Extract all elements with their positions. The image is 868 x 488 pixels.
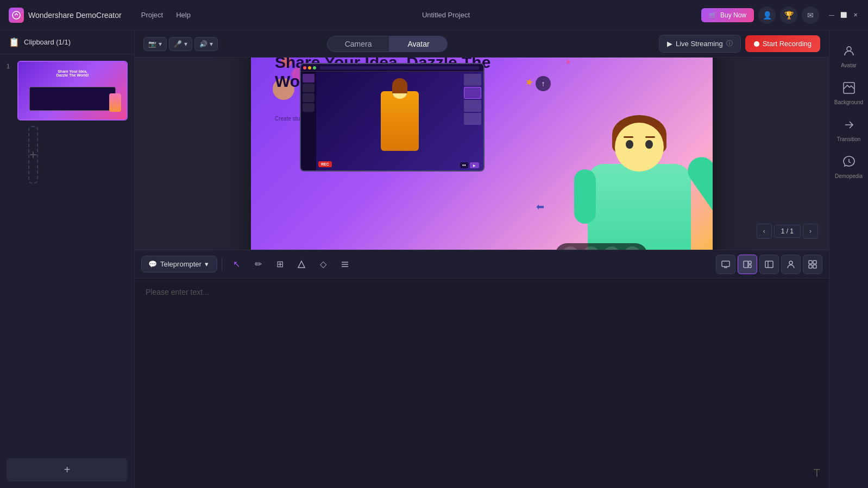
cart-icon: 🛒 (709, 11, 717, 19)
slide-thumb-content: Share Your Idea,Dazzle The World! (18, 62, 127, 119)
avatar-figure (577, 115, 702, 250)
mic-icon: 🎤 (174, 40, 182, 48)
trophy-icon-btn[interactable]: 🏆 (780, 7, 797, 24)
nav-help[interactable]: Help (176, 9, 191, 21)
svg-rect-9 (765, 261, 773, 268)
svg-rect-11 (809, 261, 812, 264)
tab-camera[interactable]: Camera (327, 36, 390, 52)
teleprompter-area[interactable]: Please enter text... T (135, 278, 829, 488)
view-grid-btn[interactable] (803, 255, 822, 274)
avatar-eye-left (626, 140, 633, 149)
avatar-brow-left (624, 136, 633, 138)
tool-more-btn[interactable] (335, 255, 355, 274)
minimize-button[interactable]: — (828, 11, 835, 19)
avatar-sidebar-label: Avatar (841, 62, 857, 68)
mockup-toolbar (301, 64, 483, 72)
sidebar-item-avatar[interactable]: Avatar (832, 39, 866, 74)
add-slide-item: + (7, 126, 128, 183)
slide-mini-avatar (109, 93, 121, 112)
app-name: Wondershare DemoCreator (28, 11, 122, 20)
top-nav: Project Help (141, 9, 191, 21)
project-title: Untitled Project (202, 11, 690, 19)
tab-avatar[interactable]: Avatar (389, 36, 447, 52)
start-recording-button[interactable]: Start Recording (745, 35, 820, 52)
camera-dropdown-icon: ▾ (159, 40, 162, 48)
toolbar-right-icons (716, 255, 822, 274)
help-icon: ⓘ (726, 39, 733, 48)
canvas-pagination: ‹ 1 / 1 › (757, 224, 818, 239)
demopedia-sidebar-label: Demopedia (835, 173, 863, 179)
upload-icon: ↑ (536, 76, 551, 91)
audio-select-btn[interactable]: 🔊 ▾ (194, 37, 218, 51)
speaker-icon: 🔊 (199, 40, 207, 48)
view-camera-layout-btn[interactable] (738, 255, 757, 274)
svg-rect-14 (813, 265, 816, 268)
camera-select-btn[interactable]: 📷 ▾ (143, 37, 167, 51)
sidebar-item-transition[interactable]: Transition (832, 113, 866, 148)
tool-select-btn[interactable]: ↖ (227, 255, 246, 274)
add-slide-bottom-button[interactable]: + (7, 458, 128, 481)
view-sidebar-btn[interactable] (759, 255, 779, 274)
prev-page-button[interactable]: ‹ (757, 224, 772, 239)
slide-thumb-1[interactable]: Share Your Idea,Dazzle The World! (17, 61, 128, 121)
logo-area: Wondershare DemoCreator (9, 8, 122, 23)
avatar-arm-left (574, 169, 596, 224)
svg-rect-6 (744, 261, 748, 268)
sidebar-item-background[interactable]: Background (832, 76, 866, 111)
teleprompter-text-icon: T (814, 467, 820, 479)
close-button[interactable]: ✕ (852, 11, 859, 19)
tool-shape-btn[interactable] (292, 255, 311, 274)
teleprompter-placeholder: Please enter text... (146, 288, 209, 296)
svg-rect-12 (813, 261, 816, 264)
teleprompter-icon: 💬 (148, 260, 157, 268)
view-screen-btn[interactable] (716, 255, 735, 274)
mockup-sidebar (301, 72, 316, 170)
avatar-controls: ⛶ 👥 ✛ (555, 243, 647, 250)
center-area: 📷 ▾ 🎤 ▾ 🔊 ▾ Camera Avatar ▶ (135, 30, 829, 488)
slide-item-1[interactable]: 1 Share Your Idea,Dazzle The World! (7, 61, 128, 121)
background-sidebar-icon (842, 81, 856, 97)
slide-mini-screen (29, 87, 116, 111)
nav-project[interactable]: Project (141, 9, 163, 21)
start-recording-label: Start Recording (763, 40, 812, 48)
camera-icon: 📷 (148, 40, 156, 48)
buy-now-button[interactable]: 🛒 Buy Now (701, 8, 754, 22)
page-indicator: 1 / 1 (774, 225, 801, 238)
top-right-actions: 🛒 Buy Now 👤 🏆 ✉ — ⬜ ✕ (701, 7, 859, 24)
clipboard-icon: 📋 (9, 37, 20, 47)
tool-text-btn[interactable]: ⊞ (270, 255, 290, 274)
svg-rect-8 (749, 265, 751, 268)
avatar-ctrl-people[interactable]: 👥 (603, 246, 620, 250)
next-page-button[interactable]: › (803, 224, 818, 239)
add-slide-button[interactable]: + (28, 126, 38, 183)
mockup-body (381, 91, 419, 151)
svg-rect-5 (722, 261, 729, 267)
avatar-ctrl-expand[interactable]: ⛶ (562, 246, 579, 250)
avatar-sidebar-icon (842, 45, 856, 60)
app-logo-icon (9, 8, 24, 23)
tool-pen-btn[interactable]: ✏ (248, 255, 268, 274)
slide-canvas: Wondershare DemoCreator Share Your Idea,… (251, 58, 713, 250)
mic-dropdown-icon: ▾ (184, 40, 187, 48)
sidebar-item-demopedia[interactable]: Demopedia (832, 150, 866, 185)
avatar-ctrl-gesture[interactable] (582, 246, 600, 250)
teleprompter-button[interactable]: 💬 Teleprompter ▾ (141, 256, 217, 272)
live-stream-icon: ▶ (667, 40, 672, 48)
view-person-btn[interactable] (781, 255, 801, 274)
canvas-area: Wondershare DemoCreator Share Your Idea,… (135, 58, 829, 250)
mic-select-btn[interactable]: 🎤 ▾ (169, 37, 192, 51)
mail-icon-btn[interactable]: ✉ (802, 7, 819, 24)
live-streaming-label: Live Streaming (676, 40, 723, 48)
user-icon-btn[interactable]: 👤 (758, 7, 776, 24)
tool-eraser-btn[interactable]: ◇ (313, 255, 333, 274)
avatar-ctrl-move[interactable]: ✛ (624, 246, 641, 250)
buy-now-label: Buy Now (720, 11, 746, 19)
svg-rect-7 (749, 261, 751, 264)
mockup-controls: ●● ▶ (460, 162, 479, 168)
deco-arrow: ⬅ (536, 201, 544, 213)
teleprompter-label: Teleprompter (160, 260, 202, 268)
live-streaming-button[interactable]: ▶ Live Streaming ⓘ (659, 35, 741, 53)
teleprompter-dropdown-icon: ▾ (205, 260, 209, 268)
maximize-button[interactable]: ⬜ (840, 11, 847, 19)
svg-point-0 (12, 11, 20, 19)
